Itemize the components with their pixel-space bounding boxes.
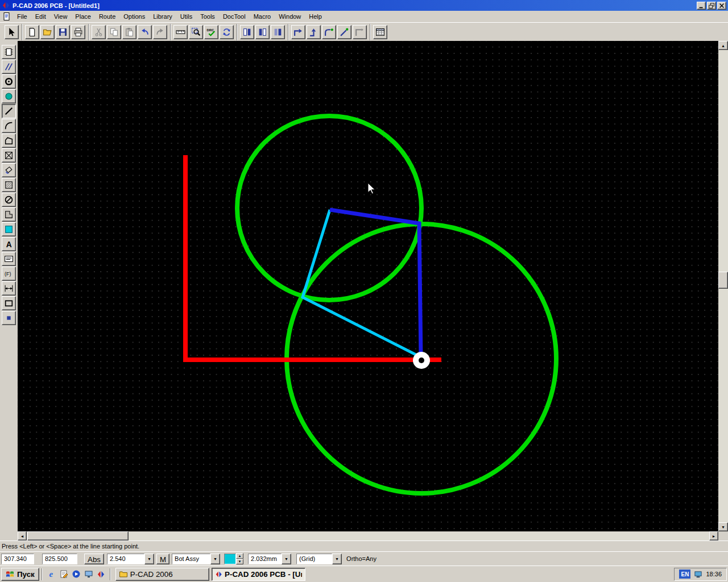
menu-macro[interactable]: Macro — [250, 11, 275, 22]
show-desktop-icon[interactable] — [82, 568, 95, 580]
line-width-value[interactable]: 2.032mm — [248, 554, 282, 564]
place-cutout-button[interactable] — [2, 148, 16, 163]
split-bars-1-button[interactable] — [240, 25, 254, 39]
open-document-button[interactable] — [40, 25, 55, 39]
zoom-window-icon — [191, 27, 201, 37]
menu-doctool[interactable]: DocTool — [219, 11, 250, 22]
vertical-scroll-thumb[interactable] — [718, 272, 728, 289]
menu-route[interactable]: Route — [95, 11, 119, 22]
vertical-scrollbar[interactable]: ▲ ▼ — [718, 41, 728, 531]
place-polygon-button[interactable] — [2, 134, 16, 148]
redo-button[interactable] — [153, 25, 167, 39]
place-dimension-button[interactable] — [2, 281, 16, 296]
split-bars-2-button[interactable] — [255, 25, 270, 39]
scroll-down-button[interactable]: ▼ — [718, 522, 728, 531]
grid-spacing-value[interactable]: 2.540 — [107, 554, 144, 564]
split-bars-3-button[interactable] — [271, 25, 285, 39]
measure-button[interactable] — [173, 25, 188, 39]
taskbar-window-pcad-pcb[interactable]: P-CAD 2006 PCB - [Un... — [212, 568, 305, 581]
menu-library[interactable]: Library — [149, 11, 176, 22]
abs-mode-button[interactable]: Abs — [84, 554, 104, 564]
place-ref-point-button[interactable] — [2, 311, 16, 325]
metric-toggle-button[interactable]: M — [156, 554, 169, 564]
y-coordinate-field[interactable]: 825.500 — [42, 554, 77, 564]
place-pad-button[interactable] — [2, 89, 16, 103]
place-field-button[interactable]: (F) — [2, 267, 16, 281]
notepad-icon[interactable] — [57, 568, 70, 580]
place-detail-button[interactable] — [2, 296, 16, 310]
pcb-circle-green-1 — [237, 116, 421, 300]
route-corner-1-button[interactable] — [291, 25, 305, 39]
restore-button[interactable] — [707, 2, 716, 10]
place-hatch-pour-button[interactable] — [2, 178, 16, 192]
place-line-button[interactable] — [2, 104, 16, 118]
line-width-combo[interactable]: 2.032mm ▼ — [248, 554, 291, 564]
menu-tools[interactable]: Tools — [196, 11, 219, 22]
layer-dropdown-button[interactable]: ▼ — [210, 554, 220, 564]
route-arc-button[interactable] — [322, 25, 336, 39]
place-via-button[interactable] — [2, 74, 16, 89]
pcb-canvas[interactable] — [18, 41, 718, 531]
select-tool-button[interactable] — [5, 25, 19, 39]
place-plane-button[interactable] — [2, 222, 16, 236]
close-button[interactable] — [717, 2, 726, 10]
save-document-button[interactable] — [56, 25, 70, 39]
print-document-button[interactable] — [71, 25, 85, 39]
grid-mode-dropdown-button[interactable]: ▼ — [332, 554, 342, 564]
placement-toolbar: A(F) — [0, 41, 18, 541]
place-copper-pour-icon — [4, 165, 14, 175]
menu-help[interactable]: Help — [305, 11, 326, 22]
menu-options[interactable]: Options — [119, 11, 149, 22]
paste-button[interactable] — [122, 25, 136, 39]
place-attribute-button[interactable] — [2, 252, 16, 266]
grid-mode-combo[interactable]: (Grid) ▼ — [296, 554, 342, 564]
design-rule-check-button[interactable]: DRC — [204, 25, 218, 39]
minimize-button[interactable] — [697, 2, 706, 10]
copy-button[interactable] — [107, 25, 121, 39]
layer-value[interactable]: Bot Assy — [172, 554, 210, 564]
layer-combo[interactable]: Bot Assy ▼ — [172, 554, 220, 564]
menu-window[interactable]: Window — [275, 11, 305, 22]
media-player-icon[interactable] — [70, 568, 82, 580]
grid-spacing-combo[interactable]: 2.540 ▼ — [107, 554, 154, 564]
line-width-color-swatch[interactable] — [224, 554, 236, 564]
grid-mode-value[interactable]: (Grid) — [296, 554, 332, 564]
undo-button[interactable] — [138, 25, 152, 39]
menu-view[interactable]: View — [50, 11, 72, 22]
tray-display-icon[interactable] — [694, 570, 702, 579]
route-undo-button[interactable] — [353, 25, 367, 39]
width-spin-down-button[interactable]: ▼ — [236, 559, 243, 564]
pcad-shortcut-icon[interactable] — [95, 568, 107, 580]
spreadsheet-view-button[interactable] — [373, 25, 387, 39]
menu-place[interactable]: Place — [71, 11, 95, 22]
internet-explorer-icon[interactable]: e — [45, 568, 57, 580]
scroll-right-button[interactable]: ► — [709, 531, 718, 541]
horizontal-scrollbar[interactable]: ◄ ► — [18, 531, 718, 541]
route-corner-2-button[interactable] — [307, 25, 321, 39]
refresh-design-button[interactable] — [220, 25, 234, 39]
route-diagonal-button[interactable] — [337, 25, 351, 39]
place-text-button[interactable]: A — [2, 237, 16, 251]
place-copper-pour-button[interactable] — [2, 163, 16, 177]
scroll-up-button[interactable]: ▲ — [718, 41, 728, 50]
menu-utils[interactable]: Utils — [176, 11, 196, 22]
taskbar-window-pcad-folder[interactable]: P-CAD 2006 — [115, 568, 209, 581]
place-part-button[interactable] — [2, 45, 16, 59]
width-spin-up-button[interactable]: ▲ — [236, 553, 243, 559]
place-diagonal-lines-button[interactable] — [2, 60, 16, 74]
place-keepout-button[interactable] — [2, 193, 16, 207]
menu-file[interactable]: File — [13, 11, 31, 22]
language-indicator[interactable]: EN — [679, 569, 690, 579]
x-coordinate-field[interactable]: 307.340 — [1, 554, 34, 564]
grid-spacing-dropdown-button[interactable]: ▼ — [144, 554, 154, 564]
scroll-left-button[interactable]: ◄ — [18, 531, 27, 541]
place-arc-button[interactable] — [2, 119, 16, 133]
new-document-button[interactable] — [25, 25, 39, 39]
menu-edit[interactable]: Edit — [31, 11, 50, 22]
start-button[interactable]: Пуск — [1, 568, 39, 581]
place-room-button[interactable] — [2, 207, 16, 222]
zoom-window-button[interactable] — [189, 25, 203, 39]
cut-button[interactable] — [92, 25, 106, 39]
horizontal-scroll-thumb[interactable] — [27, 531, 129, 541]
line-width-dropdown-button[interactable]: ▼ — [282, 554, 291, 564]
